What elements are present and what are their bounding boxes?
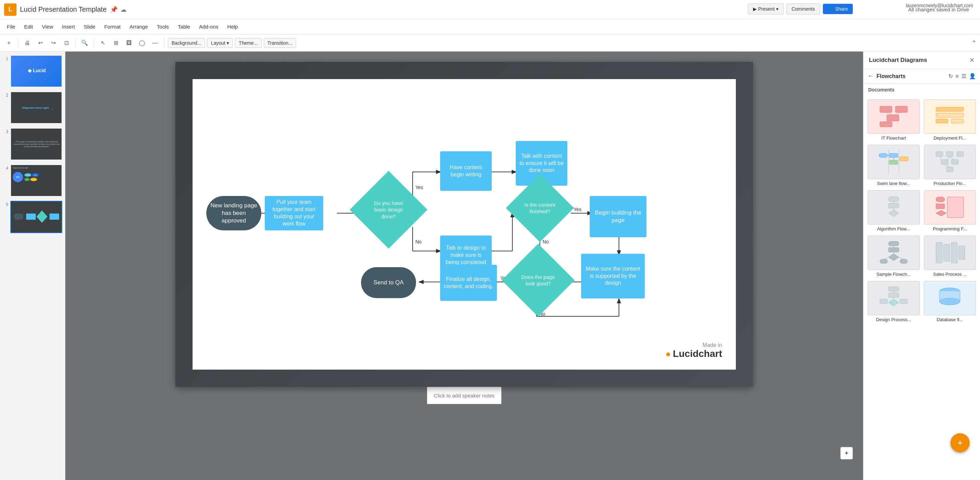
menubar: File Edit View Insert Slide Format Arran…	[0, 19, 980, 34]
svg-text:Yes: Yes	[574, 207, 581, 212]
toolbar-theme[interactable]: Theme...	[235, 38, 261, 48]
right-panel-header: Lucidchart Diagrams ✕	[864, 52, 980, 69]
svg-rect-74	[889, 242, 899, 246]
menu-tools[interactable]: Tools	[153, 22, 173, 32]
toolbar-background[interactable]: Background...	[168, 38, 205, 48]
menu-insert[interactable]: Insert	[58, 22, 79, 32]
panel-nav: ← Flowcharts ↻ ≡ ☰ 👤	[864, 69, 980, 84]
svg-rect-49	[889, 160, 898, 164]
diagram-card-design-process[interactable]: Design Process...	[867, 281, 920, 322]
panel-user-icon[interactable]: 👤	[969, 73, 976, 79]
fab-button[interactable]: +	[950, 433, 970, 453]
diagram-thumb-10	[924, 281, 976, 315]
menu-arrange[interactable]: Arrange	[126, 22, 152, 32]
diagram-card-production[interactable]: Production Flo...	[924, 145, 976, 186]
svg-line-60	[948, 156, 950, 159]
slide-img-2: Diagrams done right	[10, 91, 62, 124]
diagram-card-database[interactable]: Database fl...	[924, 281, 976, 322]
svg-rect-0	[14, 213, 23, 220]
menu-format[interactable]: Format	[100, 22, 125, 32]
comments-button[interactable]: Comments	[786, 3, 820, 14]
svg-rect-68	[936, 197, 945, 202]
menu-edit[interactable]: Edit	[20, 22, 37, 32]
diagram-card-deployment[interactable]: Deployment Fl...	[924, 99, 976, 141]
diagram-card-sales[interactable]: Sales Process ...	[924, 235, 976, 277]
slide-panel: 1 ◆ Lucid 2 Diagrams done right	[0, 52, 65, 480]
menu-table[interactable]: Table	[173, 22, 194, 32]
svg-rect-75	[889, 248, 899, 252]
svg-rect-85	[951, 242, 957, 263]
toolbar-circle[interactable]: ◯	[137, 38, 148, 48]
toolbar-print[interactable]: 🖨	[22, 38, 33, 48]
toolbar-cursor[interactable]: ↖	[97, 38, 108, 48]
toolbar-transition[interactable]: Transition...	[264, 38, 296, 48]
toolbar-shape[interactable]: ⊞	[110, 38, 121, 48]
notes-bar[interactable]: Click to add speaker notes	[427, 387, 502, 404]
toolbar-sep4	[164, 38, 164, 48]
diagram-card-programming[interactable]: Programming F...	[924, 190, 976, 231]
toolbar-image[interactable]: 🖼	[123, 38, 134, 48]
main-layout: 1 ◆ Lucid 2 Diagrams done right	[0, 52, 980, 480]
menu-file[interactable]: File	[3, 22, 19, 32]
toolbar: + 🖨 ↩ ↪ ⊡ 🔍 ↖ ⊞ 🖼 ◯ — Background... Layo…	[0, 34, 980, 52]
slide-thumb-2[interactable]: 2 Diagrams done right	[3, 91, 62, 124]
toolbar-collapse[interactable]: ⌃	[971, 39, 977, 47]
slide-thumb-1[interactable]: 1 ◆ Lucid	[3, 55, 62, 87]
svg-point-96	[939, 298, 960, 305]
diagram-label-5: Algorithm Flow...	[867, 226, 920, 231]
slide-area: Yes No	[65, 52, 863, 480]
menu-view[interactable]: View	[38, 22, 57, 32]
toolbar-line[interactable]: —	[150, 38, 161, 48]
slide-thumb-4[interactable]: 4 Diagrams done right 63% 45% 43% 26%	[3, 164, 62, 197]
zoom-control[interactable]: +	[840, 447, 853, 459]
share-button[interactable]: 👤 Share	[823, 4, 853, 14]
svg-marker-2	[37, 210, 48, 223]
topbar: L Lucid Presentation Template 📌 ☁ All ch…	[0, 0, 980, 19]
notes-placeholder: Click to add speaker notes	[434, 393, 495, 399]
diagram-thumb-1	[867, 99, 920, 134]
diagram-thumb-2	[924, 99, 976, 134]
toolbar-sep1	[18, 38, 18, 48]
slide-thumb-5[interactable]: 5	[3, 201, 62, 233]
toolbar-undo[interactable]: ↩	[35, 38, 46, 48]
diagram-thumb-6	[924, 190, 976, 224]
fc-step4: Begin building the page	[590, 196, 646, 237]
diagram-label-2: Deployment Fl...	[924, 135, 976, 141]
diagram-card-swimlane[interactable]: Swim lane flow...	[867, 145, 920, 186]
toolbar-redo[interactable]: ↪	[48, 38, 59, 48]
present-button[interactable]: ▶ Present ▾	[748, 3, 784, 14]
svg-rect-55	[957, 152, 964, 156]
panel-refresh-icon[interactable]: ↻	[948, 73, 953, 79]
share-label: Share	[835, 6, 848, 12]
svg-marker-76	[889, 254, 899, 261]
svg-rect-86	[959, 246, 965, 260]
svg-rect-3	[49, 213, 59, 220]
svg-line-59	[939, 156, 941, 159]
slide-canvas[interactable]: Yes No	[175, 62, 753, 387]
menu-addons[interactable]: Add-ons	[195, 22, 223, 32]
pin-icon[interactable]: 📌	[110, 6, 118, 13]
slide-num-4: 4	[3, 166, 8, 170]
svg-rect-37	[880, 122, 892, 127]
toolbar-zoom[interactable]: 🔍	[79, 38, 90, 48]
svg-rect-91	[900, 299, 907, 304]
panel-filter-icon[interactable]: ≡	[956, 73, 959, 79]
panel-back-button[interactable]: ←	[867, 73, 874, 80]
panel-list-icon[interactable]: ☰	[961, 73, 966, 79]
toolbar-layout[interactable]: Layout ▾	[207, 38, 233, 48]
drive-icon[interactable]: ☁	[120, 6, 127, 13]
menu-help[interactable]: Help	[223, 22, 242, 32]
toolbar-paintformat[interactable]: ⊡	[61, 38, 72, 48]
slide-thumb-3[interactable]: 3 "If I'm trying to recommend a solution…	[3, 128, 62, 160]
svg-rect-58	[946, 167, 953, 172]
diagram-card-it-flowchart[interactable]: IT Flowchart	[867, 99, 920, 141]
diagram-thumb-9	[867, 281, 920, 315]
svg-rect-1	[26, 213, 36, 220]
svg-rect-48	[889, 153, 898, 157]
diagram-card-sample[interactable]: Sample Flowch...	[867, 235, 920, 277]
right-panel-close-button[interactable]: ✕	[969, 56, 975, 64]
slide-img-3: "If I'm trying to recommend a solution, …	[10, 128, 62, 160]
diagram-card-algorithm[interactable]: Algorithm Flow...	[867, 190, 920, 231]
menu-slide[interactable]: Slide	[80, 22, 99, 32]
toolbar-add[interactable]: +	[3, 38, 14, 48]
